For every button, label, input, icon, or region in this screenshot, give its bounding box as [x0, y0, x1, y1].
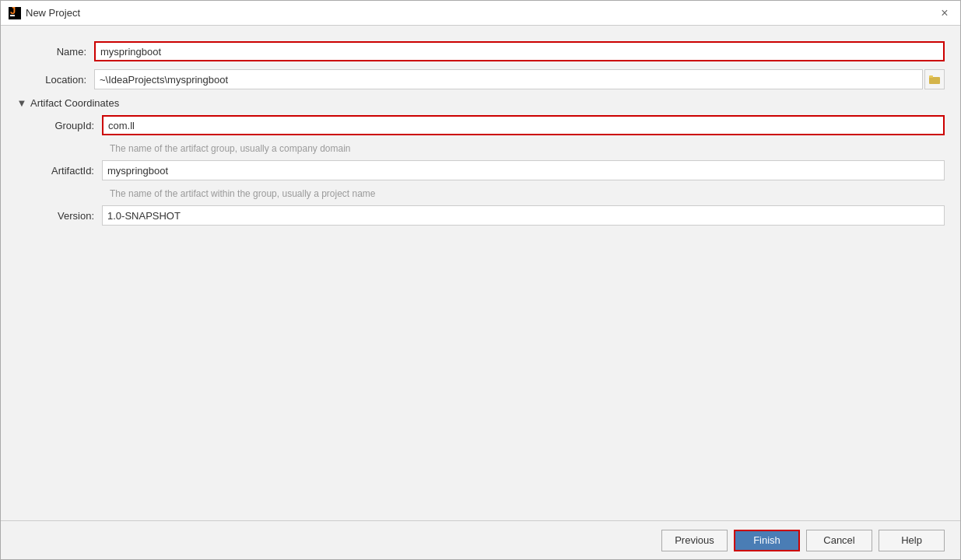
groupid-hint: The name of the artifact group, usually … — [110, 143, 945, 154]
dialog-title: New Project — [26, 7, 937, 19]
folder-icon — [929, 75, 940, 84]
location-row: Location: — [16, 69, 945, 89]
artifact-section: GroupId: The name of the artifact group,… — [24, 115, 945, 226]
name-label: Name: — [16, 46, 94, 58]
location-input-group — [94, 69, 945, 89]
close-button[interactable]: × — [937, 5, 952, 21]
dialog-footer: Previous Finish Cancel Help — [1, 520, 960, 559]
version-row: Version: — [24, 205, 945, 226]
collapse-icon: ▼ — [17, 97, 27, 109]
previous-button[interactable]: Previous — [661, 530, 728, 551]
dialog-content: Name: Location: ▼ Artifac — [1, 26, 960, 520]
artifactid-input[interactable] — [102, 160, 945, 180]
collapse-toggle[interactable]: ▼ — [16, 98, 27, 109]
artifact-section-title: Artifact Coordinates — [30, 97, 119, 109]
artifact-section-header: ▼ Artifact Coordinates — [16, 97, 945, 109]
artifactid-row: ArtifactId: — [24, 160, 945, 180]
name-row: Name: — [16, 41, 945, 61]
new-project-dialog: J New Project × Name: Location: — [0, 0, 961, 560]
groupid-row: GroupId: — [24, 115, 945, 135]
cancel-button[interactable]: Cancel — [806, 530, 872, 551]
location-input[interactable] — [94, 69, 923, 89]
help-button[interactable]: Help — [879, 530, 945, 551]
title-bar: J New Project × — [1, 1, 960, 26]
name-input[interactable] — [94, 41, 945, 61]
version-input[interactable] — [102, 205, 945, 226]
finish-button[interactable]: Finish — [734, 530, 800, 551]
groupid-label: GroupId: — [24, 120, 102, 131]
svg-text:J: J — [10, 7, 16, 16]
location-label: Location: — [16, 74, 94, 86]
version-label: Version: — [24, 210, 102, 222]
browse-button[interactable] — [924, 69, 945, 89]
artifactid-hint: The name of the artifact within the grou… — [110, 188, 945, 199]
app-icon: J — [9, 7, 21, 19]
svg-rect-5 — [929, 75, 933, 78]
artifactid-label: ArtifactId: — [24, 165, 102, 177]
groupid-input[interactable] — [102, 115, 945, 135]
